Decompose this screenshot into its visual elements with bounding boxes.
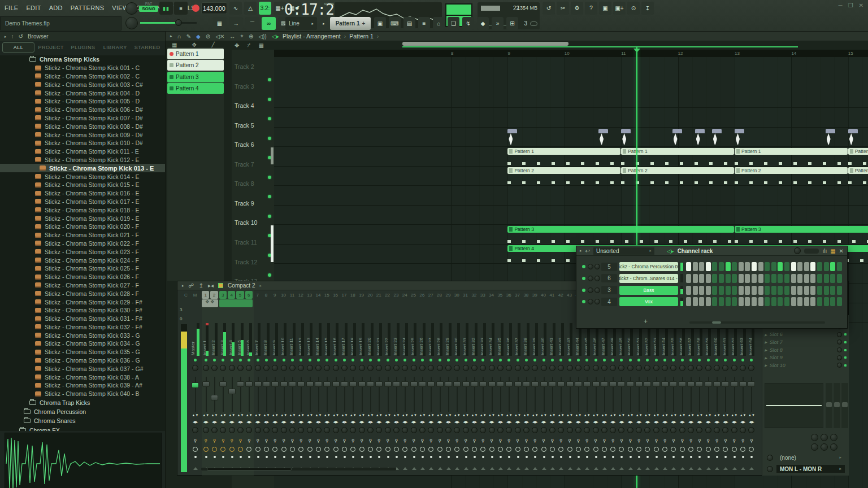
stereo-knob[interactable] (307, 365, 313, 371)
step-cell[interactable] (830, 262, 835, 271)
step-cell[interactable] (706, 274, 711, 283)
pan-knob[interactable] (489, 427, 495, 433)
volume-fader[interactable] (514, 381, 522, 387)
volume-fader[interactable] (358, 381, 366, 387)
menu-add[interactable]: ADD (49, 5, 63, 11)
step-cell[interactable] (765, 286, 770, 295)
step-cell[interactable] (739, 286, 744, 295)
pan-knob[interactable] (211, 427, 218, 433)
playlist-window-icon[interactable]: ▣ (374, 17, 386, 30)
stereo-knob[interactable] (549, 365, 555, 371)
volume-fader[interactable] (306, 381, 314, 387)
eq-band-fader-1[interactable] (826, 383, 832, 428)
eq-band-fader-2[interactable] (834, 383, 840, 428)
eq-knob[interactable] (830, 443, 837, 451)
list-item[interactable]: Stickz - Chroma Stomp Kick 023 - F (0, 247, 165, 256)
stereo-knob[interactable] (246, 365, 252, 371)
shuffle-slider[interactable] (140, 22, 197, 24)
fx-slot-10[interactable]: ▶Slot 10 (762, 361, 849, 369)
pan-knob[interactable] (662, 427, 668, 433)
volume-fader[interactable] (393, 381, 400, 387)
channel-pan-knob[interactable] (588, 299, 593, 304)
slide-icon[interactable]: ⌿ (247, 42, 250, 49)
mixer-strip-insert-12[interactable]: Insert 12▲▼◀▶⚲ (297, 290, 306, 476)
volume-fader[interactable] (367, 381, 374, 387)
stereo-knob[interactable] (315, 365, 322, 371)
track-name[interactable]: Track 2 (235, 63, 254, 70)
pan-knob[interactable] (601, 427, 607, 433)
step-cell[interactable] (752, 286, 757, 295)
mixer-view-icon[interactable] (218, 283, 223, 288)
mixer-strip-insert-1[interactable]: Insert 1▲▼◀▶⚲ (202, 290, 210, 476)
stereo-knob[interactable] (532, 365, 538, 371)
stereo-knob[interactable] (653, 365, 659, 371)
draw-tool-icon[interactable]: ✎ (186, 33, 191, 40)
pan-knob[interactable] (298, 427, 304, 433)
stereo-knob[interactable] (428, 365, 434, 371)
playhead-marker[interactable] (633, 49, 640, 53)
step-cell[interactable] (732, 262, 737, 271)
step-cell[interactable] (719, 286, 724, 295)
pan-knob[interactable] (246, 427, 252, 433)
volume-fader[interactable] (479, 381, 487, 387)
step-cell[interactable] (830, 286, 835, 295)
track-name[interactable]: Track 9 (235, 200, 254, 207)
pan-knob[interactable] (618, 427, 624, 433)
mixer-window-icon[interactable]: ≡ (418, 17, 430, 30)
list-item[interactable]: Stickz - Chroma Stomp Kick 014 - E (0, 172, 165, 181)
step-cell[interactable] (693, 262, 698, 271)
step-cell[interactable] (804, 262, 809, 271)
audio-clip[interactable] (507, 129, 517, 146)
stereo-knob[interactable] (203, 365, 209, 371)
stereo-knob[interactable] (350, 365, 356, 371)
stereo-knob[interactable] (593, 365, 599, 371)
step-cell[interactable] (817, 262, 822, 271)
list-item[interactable]: Stickz - Chroma Stomp Kick 016 - E (0, 189, 165, 198)
volume-fader[interactable] (679, 381, 686, 387)
volume-fader[interactable] (410, 381, 418, 387)
pattern-button-1[interactable]: Pattern 1 (167, 49, 224, 59)
stereo-knob[interactable] (497, 365, 504, 371)
delete-tool-icon[interactable]: ⊘ (206, 33, 210, 40)
pattern-clip[interactable]: Pattern 2 (621, 167, 734, 174)
eq-knob[interactable] (811, 443, 818, 451)
channel-volume-knob[interactable] (594, 287, 600, 293)
volume-fader[interactable] (453, 381, 461, 387)
channel-number[interactable]: 5 (601, 263, 617, 271)
list-item[interactable]: Stickz - Chroma Stomp Kick 035 - G (0, 348, 165, 356)
step-cell[interactable] (758, 297, 763, 306)
stereo-knob[interactable] (567, 365, 573, 371)
step-cell[interactable] (693, 297, 698, 306)
step-cell[interactable] (706, 262, 711, 271)
pan-knob[interactable] (307, 427, 313, 433)
mixer-strip-insert-13[interactable]: Insert 13▲▼◀▶⚲ (306, 290, 314, 476)
step-cell[interactable] (837, 286, 842, 295)
pan-knob[interactable] (714, 427, 720, 433)
mixer-strip-insert-27[interactable]: Insert 27▲▼◀▶⚲ (427, 290, 436, 476)
mixer-strip-insert-21[interactable]: Insert 21▲▼◀▶⚲ (375, 290, 384, 476)
fx-slot-9[interactable]: ▶Slot 9 (762, 354, 849, 361)
mixer-strip-insert-11[interactable]: Insert 11▲▼◀▶⚲ (288, 290, 297, 476)
mixer-strip-master[interactable]: Master▲▼◀▶⚲ (190, 290, 201, 476)
step-cell[interactable] (732, 297, 737, 306)
track-mute-led[interactable] (268, 117, 271, 120)
mixer-strip-insert-26[interactable]: Insert 26▲▼◀▶⚲ (418, 290, 427, 476)
project-picker-icon[interactable]: ❏ (448, 17, 459, 30)
list-item[interactable]: Stickz - Chroma Stomp Kick 029 - F# (0, 298, 165, 306)
mixer-strip-insert-4[interactable]: Insert 4▲▼◀▶⚲ (228, 290, 236, 476)
pattern-menu-arrow[interactable]: ▸ (320, 17, 328, 30)
rack-menu-arrow-icon[interactable]: ▸ (580, 249, 582, 253)
audio-clip[interactable] (735, 129, 744, 146)
mixer-strip-insert-34[interactable]: Insert 34▲▼◀▶⚲ (488, 290, 496, 476)
volume-fader[interactable] (263, 381, 270, 387)
pattern-clip[interactable]: Pattern 2 (848, 167, 868, 174)
audio-clip[interactable] (848, 129, 858, 146)
channel-volume-knob[interactable] (594, 299, 600, 304)
step-cell[interactable] (784, 297, 789, 306)
volume-fader[interactable] (445, 381, 452, 387)
mixer-strip-insert-3[interactable]: Insert 3▲▼◀▶⚲ (219, 290, 228, 476)
step-cell[interactable] (824, 286, 829, 295)
step-cell[interactable] (712, 262, 717, 271)
volume-fader[interactable] (731, 381, 738, 387)
mute-tool-icon[interactable]: ◁✕ (215, 33, 224, 40)
